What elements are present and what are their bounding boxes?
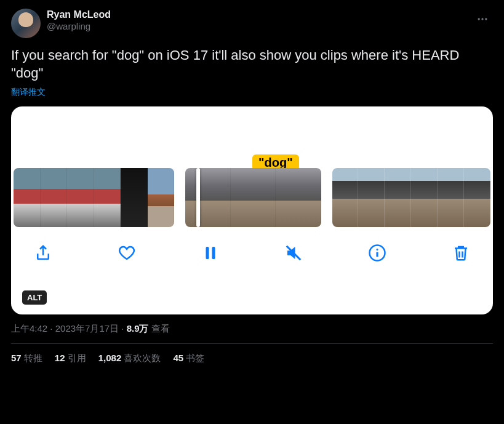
avatar[interactable] xyxy=(11,9,41,38)
info-icon[interactable] xyxy=(365,241,390,265)
more-button[interactable] xyxy=(472,9,493,30)
svg-rect-4 xyxy=(212,247,215,259)
retweets-stat[interactable]: 57 转推 xyxy=(11,353,42,364)
media-toolbar xyxy=(11,227,493,265)
likes-stat[interactable]: 1,082 喜欢次数 xyxy=(98,353,161,364)
video-frame xyxy=(121,168,148,227)
video-frame xyxy=(411,168,438,227)
video-frame xyxy=(332,168,359,227)
filmstrip xyxy=(11,168,493,227)
handle: @warpling xyxy=(47,21,111,33)
clip-group-1[interactable] xyxy=(14,168,174,227)
display-name: Ryan McLeod xyxy=(47,9,111,21)
video-frame xyxy=(231,168,276,227)
svg-point-0 xyxy=(478,18,480,20)
share-icon[interactable] xyxy=(31,241,55,265)
tweet-header: Ryan McLeod @warpling xyxy=(11,9,493,38)
video-frame xyxy=(67,168,94,227)
divider xyxy=(11,343,493,344)
pause-icon[interactable] xyxy=(198,241,223,265)
quotes-stat[interactable]: 12 引用 xyxy=(55,353,86,364)
svg-point-1 xyxy=(481,18,483,20)
video-frame xyxy=(148,168,175,227)
playhead[interactable] xyxy=(196,168,200,227)
translate-link[interactable]: 翻译推文 xyxy=(11,87,493,98)
author-names[interactable]: Ryan McLeod @warpling xyxy=(47,9,111,33)
bookmarks-stat[interactable]: 45 书签 xyxy=(173,353,204,364)
video-frame xyxy=(185,168,230,227)
trash-icon[interactable] xyxy=(449,241,473,265)
time: 上午4:42 xyxy=(11,323,47,334)
date: 2023年7月17日 xyxy=(55,323,119,334)
svg-point-8 xyxy=(377,249,378,250)
tweet-stats: 57 转推 12 引用 1,082 喜欢次数 45 书签 xyxy=(11,353,493,364)
video-frame xyxy=(276,168,321,227)
svg-point-2 xyxy=(485,18,487,20)
video-frame xyxy=(385,168,411,227)
video-frame xyxy=(464,168,490,227)
video-frame xyxy=(94,168,121,227)
mute-icon[interactable] xyxy=(281,241,306,265)
video-frame xyxy=(14,168,41,227)
video-frame xyxy=(358,168,385,227)
video-frame xyxy=(41,168,68,227)
sep: · xyxy=(47,323,55,334)
heart-icon[interactable] xyxy=(114,241,139,265)
views-label: 查看 xyxy=(149,323,170,334)
tweet-text: If you search for "dog" on iOS 17 it'll … xyxy=(11,47,493,82)
clip-group-2[interactable] xyxy=(185,168,321,227)
alt-badge[interactable]: ALT xyxy=(22,290,47,305)
media-card[interactable]: "dog" xyxy=(11,106,493,314)
svg-rect-3 xyxy=(206,247,209,259)
sep: · xyxy=(119,323,127,334)
tweet-meta[interactable]: 上午4:42 · 2023年7月17日 · 8.9万 查看 xyxy=(11,323,493,335)
views-count: 8.9万 xyxy=(127,323,149,334)
clip-group-3[interactable] xyxy=(332,168,490,227)
video-frame xyxy=(438,168,464,227)
